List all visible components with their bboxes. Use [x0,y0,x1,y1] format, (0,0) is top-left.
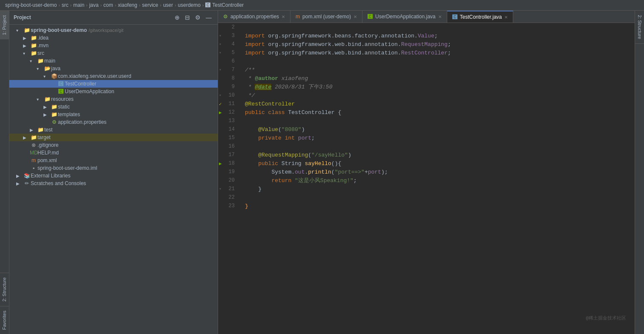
tree-item-test[interactable]: ▶ 📁 test [9,126,218,134]
linenum-18: ▶ 18 [218,159,238,168]
tab-pom-close[interactable]: ✕ [354,14,357,19]
fold-5[interactable]: ▾ [219,50,221,55]
linenum-3: ▾ 3 [218,31,238,40]
breadcrumb-xiaofeng[interactable]: xiaofeng [118,2,137,8]
breadcrumb-root[interactable]: spring-boot-user-demo [5,2,57,8]
sidebar-tab-structure[interactable]: 2: Structure [0,273,9,306]
panel-close-btn[interactable]: — [204,13,213,22]
breadcrumb-main[interactable]: main [73,2,84,8]
fold-21[interactable]: ▾ [219,186,221,191]
code-line-7: /** [245,66,635,74]
sidebar-tab-project[interactable]: 1: Project [0,11,9,39]
res-arrow: ▾ [37,97,43,102]
tree-item-helpmd[interactable]: MD HELP.md [9,149,218,157]
linenum-15: 15 [218,134,238,142]
tab-tc-close[interactable]: ✕ [504,15,508,20]
breadcrumb-userdemo[interactable]: userdemo [178,2,201,8]
static-icon: 📁 [50,104,58,110]
breadcrumb-com[interactable]: com [104,2,113,8]
tab-application-properties[interactable]: ⚙ application.properties ✕ [218,11,290,23]
scratch-icon: ✏ [23,180,31,186]
code-line-5: import org.springframework.web.bind.anno… [245,49,635,57]
scratch-label: Scratches and Consoles [31,180,86,186]
idea-icon: 📁 [30,35,37,41]
linenum-7: ▾ 7 [218,66,238,74]
res-icon: 📁 [43,96,51,102]
code-line-23: } [245,202,635,210]
idea-label: .idea [37,35,49,41]
tree-item-userdemo[interactable]: 🅲 UserDemoApplication [9,88,218,95]
tab-userdemo-app[interactable]: 🅲 UserDemoApplication.java ✕ [362,11,447,23]
tree-item-resources[interactable]: ▾ 📁 resources [9,95,218,103]
tab-testcontroller[interactable]: 🅲 TestController.java ✕ [447,11,514,23]
tree-item-mvn[interactable]: ▶ 📁 .mvn [9,42,218,49]
ext-icon: 📚 [23,173,31,179]
appprops-icon: ⚙ [50,119,58,125]
breadcrumb-java[interactable]: java [89,2,98,8]
tab-uda-close[interactable]: ✕ [438,14,442,19]
breadcrumb-src[interactable]: src [62,2,69,8]
uda-arrow [50,89,57,94]
structure-tab[interactable]: 2: Structure [635,11,644,44]
fold-10[interactable]: ▾ [219,93,221,98]
java-icon: 📂 [43,66,51,71]
tree-item-main[interactable]: ▾ 📁 main [9,57,218,65]
target-arrow: ▶ [23,135,30,140]
file-tree: ▾ 📁 spring-boot-user-demo /gitworkspace/… [9,25,218,334]
linenum-5: ▾ 5 [218,49,238,57]
tab-appprops-label: application.properties [230,14,279,20]
sidebar-tab-favorites[interactable]: Favorites [0,306,9,334]
fold-7[interactable]: ▾ [219,67,221,72]
tree-item-package[interactable]: ▾ 📦 com.xiaofeng.service.user.userd [9,72,218,80]
main-label: main [44,58,55,64]
linenum-9: 9 [218,83,238,91]
tree-item-target[interactable]: ▶ 📁 target [9,134,218,141]
tree-item-testcontroller[interactable]: 🅲 TestController [9,80,218,88]
java-label: java [51,66,60,71]
panel-scroll-btn[interactable]: ⊟ [183,13,192,22]
watermark: @稀土掘金技术社区 [586,315,626,321]
tree-item-external-libs[interactable]: ▶ 📚 External Libraries [9,172,218,180]
pkg-icon: 📦 [50,73,58,79]
linenum-21: ▾ 21 [218,185,238,193]
tab-pom-xml[interactable]: m pom.xml (user-demo) ✕ [290,11,362,23]
tree-root[interactable]: ▾ 📁 spring-boot-user-demo /gitworkspace/… [9,26,218,34]
static-arrow: ▶ [43,105,50,109]
tree-item-src[interactable]: ▾ 📁 src [9,49,218,57]
tree-item-iml[interactable]: ▪ spring-boot-user-demo.iml [9,164,218,172]
breadcrumb-class-icon: 🅲 [205,2,210,8]
breadcrumb-user[interactable]: user [163,2,173,8]
idea-arrow: ▶ [23,36,30,40]
fold-3[interactable]: ▾ [219,33,221,38]
panel-title: Project [14,14,31,20]
code-editor[interactable]: 2 ▾ 3 ▾ 4 ▾ 5 6 ▾ 7 8 9 [218,23,635,334]
help-icon: MD [30,150,37,156]
pkg-arrow: ▾ [43,74,50,79]
mvn-icon: 📁 [30,43,37,49]
fold-4[interactable]: ▾ [219,42,221,47]
tab-appprops-close[interactable]: ✕ [282,14,285,19]
mvn-label: .mvn [37,43,49,49]
linenum-12: ▶ 12 [218,108,238,117]
panel-settings-btn[interactable]: ⚙ [193,13,202,22]
run-gutter-12: ▶ [219,110,222,115]
tree-item-gitignore[interactable]: ⊗ .gitignore [9,141,218,149]
tree-item-scratches[interactable]: ▶ ✏ Scratches and Consoles [9,180,218,187]
line-numbers: 2 ▾ 3 ▾ 4 ▾ 5 6 ▾ 7 8 9 [218,23,242,334]
code-content[interactable]: import org.springframework.beans.factory… [242,23,635,334]
tree-item-static[interactable]: ▶ 📁 static [9,103,218,111]
breadcrumb-service[interactable]: service [142,2,158,8]
tree-item-pomxml[interactable]: m pom.xml [9,157,218,164]
tree-item-idea[interactable]: ▶ 📁 .idea [9,34,218,42]
tree-item-java[interactable]: ▾ 📂 java [9,65,218,72]
linenum-13: 13 [218,117,238,125]
iml-icon: ▪ [30,165,37,171]
tab-tc-icon: 🅲 [452,14,457,20]
code-line-19: System.out.println("port==>"+port); [245,168,635,176]
linenum-11: ✓ 11 [218,100,238,108]
code-line-17: @RequestMapping("/sayHello") [245,151,635,159]
tree-item-appprops[interactable]: ⚙ application.properties [9,118,218,126]
panel-add-btn[interactable]: ⊕ [173,13,181,22]
tree-item-templates[interactable]: ▶ 📁 templates [9,111,218,118]
breadcrumb-class[interactable]: TestController [212,2,244,8]
